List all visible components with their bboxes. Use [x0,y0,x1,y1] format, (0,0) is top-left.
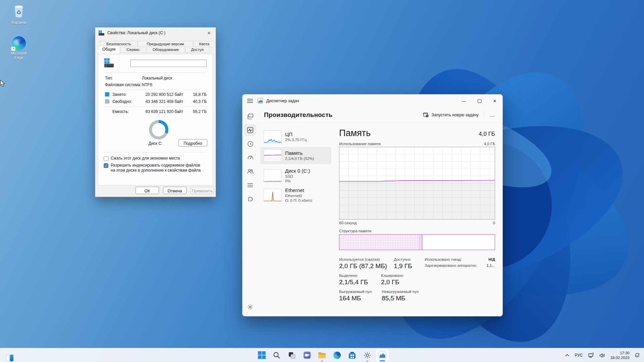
index-checkbox[interactable]: ✓ Разрешить индексировать содержимое фай… [104,163,203,173]
nav-users[interactable] [245,166,256,177]
widgets-icon [6,354,14,362]
chat-button[interactable] [300,349,314,362]
task-manager-title: Диспетчер задач [266,99,299,103]
running-indicator [366,361,368,362]
task-manager-titlebar[interactable]: Диспетчер задач — ✕ [243,95,502,107]
windows-start-icon [258,351,266,359]
dialog-tab-strip: Безопасность Предыдущие версии Квота Общ… [98,41,213,54]
maximize-button[interactable] [472,95,487,107]
hamburger-menu-icon[interactable] [247,99,253,103]
edge-button[interactable] [330,349,344,362]
mouse-cursor [0,80,5,87]
run-new-task-button[interactable]: Запустить новую задачу [420,111,482,119]
start-button[interactable] [255,349,268,362]
sidebar-item-disk[interactable]: Диск 0 (C:) SSD 0% [260,167,331,184]
sidebar-item-memory[interactable]: Память 2,1/4,0 ГБ (52%) [260,147,331,164]
stat-value: 1,9 ГБ [394,262,412,270]
cpu-mini-chart [264,131,281,143]
kv-value: Н/Д [488,257,495,261]
stat-value: 2,1/5,4 ГБ [339,279,381,286]
ethernet-mini-chart [264,189,281,201]
clock[interactable]: 17:30 18.02.2023 [609,350,631,361]
task-manager-button[interactable] [376,349,389,362]
details-button[interactable]: Подробно [178,139,207,146]
network-tray-button[interactable] [586,351,596,359]
sidebar-item-ethernet[interactable]: Ethernet Ethernet0 О: 0 П: 0 кбит/с [260,186,331,204]
memory-kv-block: Использовано гнезд: Н/Д Зарезервировано … [425,257,495,269]
nav-rail [243,107,258,316]
settings-gear-icon[interactable] [245,301,256,313]
disk-mini-chart [264,170,281,182]
kv-label: Зарезервировано аппаратно: [425,263,477,267]
nav-details[interactable] [245,179,256,191]
x-axis-left: 60 секунд [339,221,357,225]
close-icon[interactable]: ✕ [206,31,212,36]
tab-sharing[interactable]: Доступ [185,47,210,53]
bell-dnd-icon: z [634,353,640,358]
task-view-button[interactable] [285,349,299,362]
capacity-bytes: 63 639 121 920 байт [146,109,183,114]
nav-startup-apps[interactable] [245,152,256,163]
stat-label: Используется (сжатая) [339,257,394,261]
disk-properties-dialog: Свойства: Локальный диск (C:) ✕ Безопасн… [95,27,216,197]
memory-composition-label: Структура памяти [339,229,495,233]
settings-button[interactable] [361,349,374,362]
new-task-icon [423,113,429,117]
memory-total: 4,0 ГБ [479,131,495,138]
file-explorer-button[interactable] [315,349,329,362]
more-options-button[interactable]: … [486,112,498,118]
nav-app-history[interactable] [245,138,256,149]
tab-tools[interactable]: Сервис [120,47,146,53]
ok-button[interactable]: ОК [136,187,159,194]
nav-services[interactable] [245,193,256,204]
memory-mini-chart [264,149,281,162]
close-button[interactable]: ✕ [487,95,502,107]
nav-performance[interactable] [245,124,256,136]
memory-chart-max: 4,0 ГБ [484,142,495,146]
index-checkbox-label: Разрешить индексировать содержимое файло… [111,163,203,173]
stat-label: Невыгружаемый пул [382,290,419,294]
ethernet-name: Ethernet [285,187,313,193]
filesystem-value: NTFS [142,82,152,87]
minimize-button[interactable]: — [456,95,472,107]
time: 17:30 [610,351,630,355]
cancel-button[interactable]: Отмена [163,187,186,194]
compress-checkbox[interactable]: Сжать этот диск для экономии места [104,156,207,161]
tab-general[interactable]: Общие [98,46,120,54]
dialog-titlebar[interactable]: Свойства: Локальный диск (C:) ✕ [95,27,216,38]
stat-label: Выгружаемый пул [339,290,382,294]
language-indicator[interactable]: РУС [573,352,585,359]
stat-label: Кэшировано [381,274,403,278]
capacity-size: 59,2 ГБ [193,109,207,114]
checkbox-unchecked[interactable] [104,156,108,161]
cpu-name: ЦП [285,131,307,137]
disk-sub2: 0% [285,179,310,183]
stat-label: Выделено [339,274,381,278]
search-button[interactable] [270,349,283,362]
volume-tray-button[interactable] [597,352,607,359]
nav-processes[interactable] [245,111,256,122]
sidebar-item-cpu[interactable]: ЦП 2% 3,70 ГГц [260,128,331,145]
desktop-icon-edge[interactable]: ↗ Microsoft Edge [6,36,32,60]
compress-checkbox-label: Сжать этот диск для экономии места [111,156,180,161]
chevron-up-icon [565,354,569,357]
volume-label-input[interactable] [130,60,207,67]
file-explorer-icon [318,352,326,359]
memory-usage-label: Использование памяти [339,142,381,146]
notification-bell-button[interactable]: z [632,351,642,360]
store-icon [348,352,356,359]
checkbox-checked[interactable]: ✓ [104,163,108,168]
apply-button[interactable]: Применить [191,187,214,194]
task-manager-window: Диспетчер задач — ✕ Производительность З… [242,94,503,316]
used-label: Занято: [112,92,126,97]
store-button[interactable] [345,349,359,362]
shortcut-arrow-badge: ↗ [11,47,15,51]
widgets-button[interactable] [4,353,15,362]
ethernet-sub1: Ethernet0 [285,193,313,198]
desktop-icon-recycle-bin[interactable]: ♻ Корзина [6,3,32,25]
cpu-sub: 2% 3,70 ГГц [285,137,307,142]
tray-chevron-button[interactable] [563,353,571,358]
free-swatch [105,99,109,104]
composition-segment-free [422,235,495,250]
tab-hardware[interactable]: Оборудование [146,47,185,53]
